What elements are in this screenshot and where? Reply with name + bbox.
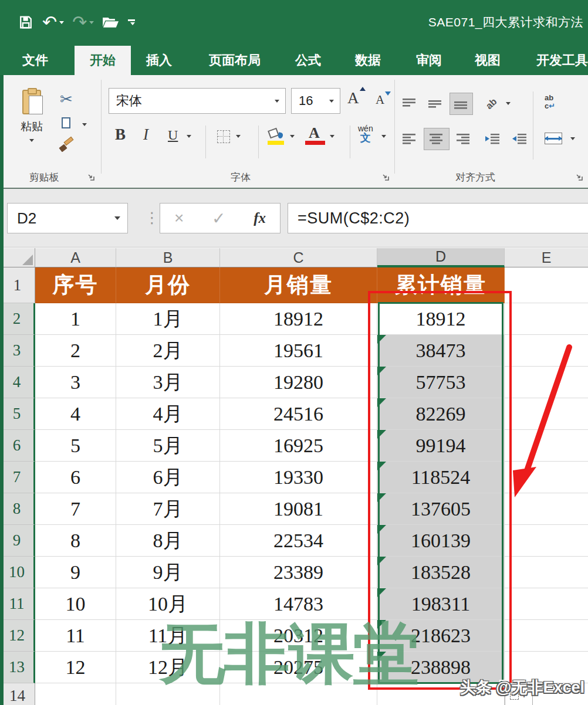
cell[interactable] [505, 267, 588, 303]
row-header-6[interactable]: 6 [0, 430, 35, 462]
paste-button[interactable]: 粘贴 [11, 86, 53, 161]
decrease-indent-button[interactable] [480, 128, 505, 150]
cell[interactable] [220, 683, 377, 705]
cell[interactable] [505, 398, 588, 430]
cell[interactable] [505, 493, 588, 525]
cell-A8[interactable]: 7 [35, 493, 116, 525]
select-all-corner[interactable] [0, 248, 35, 267]
cell-D2[interactable]: 18912 [377, 303, 505, 335]
cell-C10[interactable]: 23389 [220, 557, 377, 588]
wrap-text-icon[interactable]: ab c↵ [545, 94, 555, 110]
cell-D8[interactable]: 137605 [377, 493, 505, 525]
font-name-combo[interactable]: 宋体 [109, 88, 286, 114]
cell-C4[interactable]: 19280 [220, 367, 377, 398]
row-header-7[interactable]: 7 [0, 462, 35, 493]
format-painter-icon[interactable] [59, 138, 74, 154]
cell-D7[interactable]: 118524 [377, 462, 505, 493]
cell[interactable] [505, 620, 588, 652]
row-header-2[interactable]: 2 [0, 303, 35, 335]
cell[interactable] [505, 303, 588, 335]
font-size-combo[interactable]: 16 [291, 88, 340, 114]
open-file-icon[interactable] [102, 15, 120, 30]
cell-A5[interactable]: 4 [35, 398, 116, 430]
formula-bar-separator-icon[interactable]: ⋮ [144, 209, 160, 226]
cell[interactable] [505, 430, 588, 462]
cell-C12[interactable]: 20312 [220, 620, 377, 652]
cell-B9[interactable]: 8月 [116, 525, 220, 557]
cell[interactable] [505, 557, 588, 588]
row-header-3[interactable]: 3 [0, 335, 35, 367]
align-left-button[interactable] [398, 128, 421, 150]
cell-B7[interactable]: 6月 [116, 462, 220, 493]
font-dialog-launcher-icon[interactable] [381, 172, 389, 183]
cell-C11[interactable]: 14783 [220, 588, 377, 620]
cell-C5[interactable]: 24516 [220, 398, 377, 430]
cell[interactable] [116, 683, 220, 705]
cancel-icon[interactable]: × [174, 209, 184, 228]
copy-icon[interactable] [62, 117, 70, 128]
customize-quick-access-icon[interactable] [128, 19, 135, 25]
fill-color-icon[interactable] [268, 128, 283, 140]
table-header-cell[interactable]: 月销量 [220, 267, 377, 303]
enter-icon[interactable]: ✓ [212, 209, 225, 228]
cell-B2[interactable]: 1月 [116, 303, 220, 335]
cell-B3[interactable]: 2月 [116, 335, 220, 367]
bold-button[interactable]: B [115, 126, 126, 144]
cell-B8[interactable]: 7月 [116, 493, 220, 525]
cell-A13[interactable]: 12 [35, 652, 116, 683]
cell-A2[interactable]: 1 [35, 303, 116, 335]
column-header-D[interactable]: D [377, 248, 505, 267]
row-header-14[interactable]: 14 [0, 683, 35, 705]
cell-D11[interactable]: 198311 [377, 588, 505, 620]
cell-A11[interactable]: 10 [35, 588, 116, 620]
tab-文件[interactable]: 文件 [11, 46, 60, 75]
cell-C13[interactable]: 20275 [220, 652, 377, 683]
merge-center-dropdown-icon[interactable] [570, 137, 575, 140]
cell-D6[interactable]: 99194 [377, 430, 505, 462]
clipboard-dialog-launcher-icon[interactable] [87, 172, 94, 183]
paste-dropdown-icon[interactable] [29, 139, 34, 142]
undo-button[interactable]: ↶ [42, 13, 64, 31]
cell-B5[interactable]: 4月 [116, 398, 220, 430]
column-header-C[interactable]: C [220, 248, 377, 267]
cell-C6[interactable]: 16925 [220, 430, 377, 462]
tab-数据[interactable]: 数据 [344, 46, 391, 75]
cell-C3[interactable]: 19561 [220, 335, 377, 367]
grow-font-button[interactable]: A [347, 89, 359, 107]
row-header-5[interactable]: 5 [0, 398, 35, 430]
redo-button[interactable]: ↷ [72, 13, 94, 31]
font-color-dropdown-icon[interactable] [330, 135, 334, 138]
cell-D9[interactable]: 160139 [377, 525, 505, 557]
cell-C2[interactable]: 18912 [220, 303, 377, 335]
increase-indent-button[interactable] [507, 128, 532, 150]
tab-插入[interactable]: 插入 [137, 46, 181, 75]
tab-公式[interactable]: 公式 [286, 46, 330, 75]
row-header-1[interactable]: 1 [0, 267, 35, 303]
phonetic-guide-icon[interactable]: wén文 [358, 124, 373, 143]
insert-function-icon[interactable]: fx [254, 210, 266, 226]
tab-审阅[interactable]: 审阅 [405, 46, 452, 75]
cell-C9[interactable]: 22534 [220, 525, 377, 557]
cell-A3[interactable]: 2 [35, 335, 116, 367]
underline-button[interactable]: U [168, 127, 178, 143]
column-header-E[interactable]: E [505, 248, 588, 267]
cell[interactable] [35, 683, 116, 705]
align-top-button[interactable] [398, 93, 421, 115]
row-header-11[interactable]: 11 [0, 588, 35, 620]
cell-C7[interactable]: 19330 [220, 462, 377, 493]
row-header-13[interactable]: 13 [0, 652, 35, 683]
borders-icon[interactable] [217, 130, 230, 143]
cell-B13[interactable]: 12月 [116, 652, 220, 683]
cell-D12[interactable]: 218623 [377, 620, 505, 652]
tab-页面布局[interactable]: 页面布局 [191, 46, 279, 75]
cell[interactable] [505, 367, 588, 398]
align-middle-button[interactable] [424, 93, 447, 115]
tab-开始[interactable]: 开始 [75, 46, 131, 75]
formula-input[interactable]: =SUM(C$2:C2) [288, 203, 588, 233]
row-header-4[interactable]: 4 [0, 367, 35, 398]
shrink-font-button[interactable]: A [376, 93, 384, 107]
cell-A7[interactable]: 6 [35, 462, 116, 493]
cell[interactable] [505, 462, 588, 493]
cell-B11[interactable]: 10月 [116, 588, 220, 620]
fill-color-dropdown-icon[interactable] [290, 135, 295, 138]
